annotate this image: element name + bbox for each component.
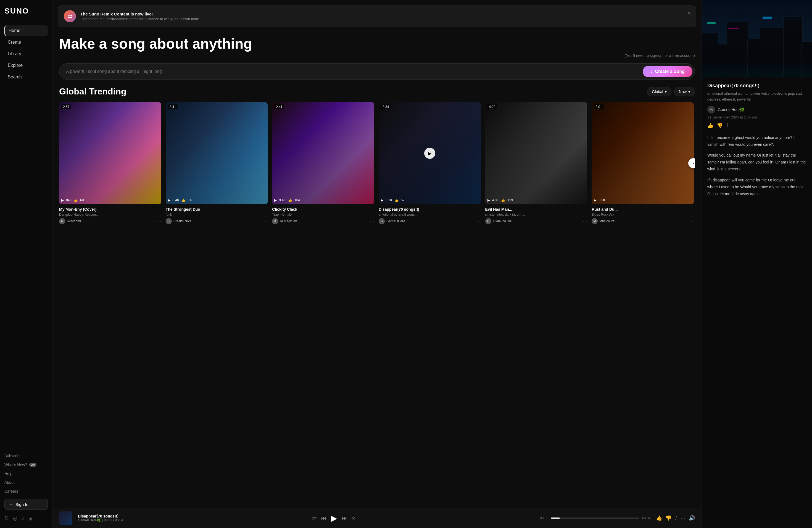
song-thumbnail: 2:41 ▶ 9.4K 👍 184: [272, 102, 374, 204]
play-icon: ▶: [381, 198, 383, 202]
like-icon: 👍: [288, 198, 292, 202]
song-thumbnail: 4:22 ▶ 4.8K 👍 129: [485, 102, 588, 204]
loop-button[interactable]: ∞: [352, 515, 356, 522]
play-icon: ▶: [168, 198, 170, 202]
like-icon: 👍: [74, 198, 78, 202]
song-author-row: M Musica Ital... ⋯: [592, 218, 694, 224]
notification-close[interactable]: ✕: [687, 10, 691, 16]
sidebar-item-search[interactable]: Search: [4, 72, 48, 82]
player-dislike-button[interactable]: 👎: [665, 515, 671, 521]
shuffle-button[interactable]: ⇌: [312, 515, 317, 522]
next-button[interactable]: ⏭: [342, 515, 347, 522]
twitter-icon[interactable]: 𝕏: [4, 515, 9, 522]
play-icon: ▶: [61, 198, 64, 202]
like-button[interactable]: 👍: [707, 122, 713, 129]
song-title: The Strongest Duo: [166, 207, 268, 211]
song-title: My Mon-Ehy (Cover): [59, 207, 161, 211]
song-artwork: [702, 0, 812, 77]
whats-new-link[interactable]: What's New? 20: [4, 461, 48, 468]
player-volume-button[interactable]: 🔊: [689, 515, 695, 521]
create-song-button[interactable]: ♪ Create a Song: [643, 66, 692, 77]
notification-banner: ⇄ The Suno Remix Contest is now live! Ex…: [58, 5, 696, 27]
song-more-button[interactable]: ⋯: [263, 218, 267, 224]
time-filter[interactable]: Now ▾: [674, 87, 695, 97]
player-like-button[interactable]: 👍: [656, 515, 662, 521]
chevron-down-icon: ▾: [688, 89, 690, 94]
progress-bar[interactable]: [551, 517, 639, 518]
play-pause-button[interactable]: ▶: [331, 514, 337, 523]
song-more-button[interactable]: ⋯: [476, 218, 481, 224]
rp-song-title: Disappear(70 songs!!): [707, 83, 807, 89]
song-creation-bar: ♪ Create a Song: [59, 63, 695, 80]
sidebar-item-explore[interactable]: Explore: [4, 60, 48, 71]
author-avatar: M: [592, 218, 598, 224]
song-card[interactable]: 2:57 ▶ 848 👍 68 My Mon-Ehy (Cover) Dangd…: [59, 102, 161, 224]
discord-icon[interactable]: ◈: [29, 515, 33, 522]
play-overlay[interactable]: ▶: [424, 148, 435, 159]
song-card[interactable]: 4:22 ▶ 4.8K 👍 129 Evil Has Man... sinist…: [485, 102, 588, 224]
lyrics-stanza: If I disappear, will you come for me Or …: [707, 177, 807, 198]
song-author-row: G GameIsHere... ⋯: [379, 218, 481, 224]
song-stats: ▶ 3.3K: [594, 198, 605, 202]
help-link[interactable]: Help: [4, 470, 48, 477]
play-icon: ▶: [594, 198, 596, 202]
sidebar-item-home[interactable]: Home: [4, 25, 48, 36]
region-filter[interactable]: Global ▾: [648, 87, 671, 97]
player-share-button[interactable]: ⤴: [675, 515, 677, 521]
song-author-row: A Ai Magician ⋯: [272, 218, 374, 224]
notification-icon: ⇄: [64, 10, 76, 23]
sidebar-item-library[interactable]: Library: [4, 48, 48, 59]
rp-author-row: 🎮 GameIsHere🌿: [707, 106, 807, 114]
notification-subtitle: Extend one of Flosstradamus' stems for a…: [81, 17, 199, 21]
song-card[interactable]: 2:41 ▶ 9.4K 👍 184 Clickity Clack Trap - …: [272, 102, 374, 224]
hero-title: Make a song about anything: [59, 36, 695, 52]
sign-in-button[interactable]: → Sign In: [4, 499, 48, 510]
careers-link[interactable]: Careers: [4, 488, 48, 495]
player-more-button[interactable]: ⋯: [681, 515, 685, 521]
author-avatar: A: [272, 218, 278, 224]
player-controls: ⇌ ⏮ ▶ ⏭ ∞: [133, 514, 534, 523]
song-more-button[interactable]: ⋯: [370, 218, 374, 224]
dislike-button[interactable]: 👎: [717, 122, 723, 129]
right-panel-content: Disappear(70 songs!!) emotional ethereal…: [702, 77, 812, 528]
song-duration: 3:34: [381, 104, 391, 109]
whats-new-badge: 20: [29, 463, 37, 467]
rp-action-row: 👍 👎 ⤴ ⋯: [707, 122, 807, 129]
lyrics-stanza: Would you call out my name Or just let i…: [707, 152, 807, 173]
about-link[interactable]: About: [4, 479, 48, 486]
prev-button[interactable]: ⏮: [321, 515, 327, 522]
song-genre: Blues Rock Am: [592, 212, 694, 217]
song-prompt-input[interactable]: [66, 69, 639, 74]
player-bar: Disappear(70 songs!!) GameIsHere🌿 | 00:0…: [53, 508, 701, 528]
player-actions: 👍 👎 ⤴ ⋯ 🔊: [656, 515, 695, 521]
subscribe-link[interactable]: Subscribe: [4, 453, 48, 459]
sidebar-item-create[interactable]: Create: [4, 37, 48, 47]
song-thumbnail: 3:34 ▶ ▶ 5.2K 👍 57: [379, 102, 481, 204]
rp-lyrics: If I'm became a ghost would you notice a…: [707, 134, 807, 198]
player-time: 00:02 / 03:34: [104, 518, 123, 522]
play-icon: ▶: [274, 198, 277, 202]
rp-author-name[interactable]: GameIsHere🌿: [718, 107, 744, 112]
song-duration: 3:01: [594, 104, 604, 109]
tiktok-icon[interactable]: ♪: [22, 515, 24, 522]
song-card[interactable]: 3:01 ▶ 3.3K Rust and Du... Blues Rock Am…: [592, 102, 694, 224]
instagram-icon[interactable]: ◎: [13, 515, 17, 522]
song-card[interactable]: 3:41 ▶ 8.4K 👍 143 The Strongest Duo funk…: [166, 102, 268, 224]
more-button[interactable]: ⋯: [732, 122, 737, 129]
song-card[interactable]: 3:34 ▶ ▶ 5.2K 👍 57 Disappear(70 songs!!)…: [379, 102, 481, 224]
song-more-button[interactable]: ⋯: [583, 218, 587, 224]
sidebar-nav: Home Create Library Explore Search: [4, 25, 48, 453]
song-stats: ▶ 9.4K 👍 184: [274, 198, 300, 202]
author-name: Musica Ital...: [599, 219, 618, 223]
song-thumbnail: 3:41 ▶ 8.4K 👍 143: [166, 102, 268, 204]
play-icon: ▶: [488, 198, 490, 202]
song-more-button[interactable]: ⋯: [690, 218, 694, 224]
music-note-icon: ♪: [650, 69, 653, 74]
hero-subtitle: (You'll need to sign up for a free accou…: [59, 53, 695, 58]
song-title: Disappear(70 songs!!): [379, 207, 481, 211]
song-genre: Trap - female: [272, 212, 374, 217]
share-button[interactable]: ⤴: [726, 122, 729, 128]
song-author-row: S Stealth Nois... ⋯: [166, 218, 268, 224]
song-more-button[interactable]: ⋯: [157, 218, 161, 224]
sidebar-bottom: Subscribe What's New? 20 Help About Care…: [4, 453, 48, 522]
